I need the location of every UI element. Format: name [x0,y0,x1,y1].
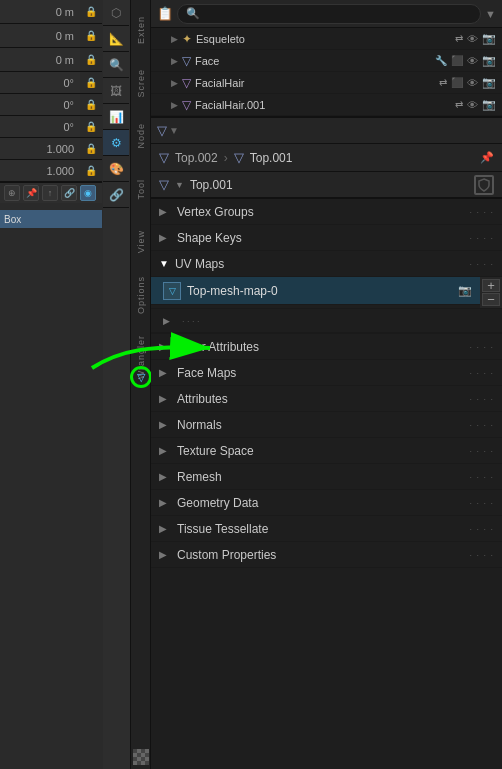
section-face-maps[interactable]: ▶ Face Maps · · · · [151,360,502,386]
section-custom-properties[interactable]: ▶ Custom Properties · · · · [151,542,502,568]
checker-icon[interactable] [133,749,149,765]
item-action-sq-fh[interactable]: ⬛ [451,77,463,88]
item-action-vis-face[interactable]: 👁 [467,55,478,67]
item-action-cam-fh[interactable]: 📷 [482,76,496,89]
toolbar-icon-6[interactable]: ⚙ [103,130,129,156]
item-action-wrench-face[interactable]: 🔧 [435,55,447,66]
lock-deg-x[interactable]: 🔒 [80,72,102,94]
uv-sub-row[interactable]: ▶ · · · · [151,309,502,333]
outliner-item-facialhair[interactable]: ▶ ▽ FacialHair ⇄ ⬛ 👁 📷 [151,72,502,94]
tab-options[interactable]: Options [132,269,150,321]
item-action-vis-fh001[interactable]: 👁 [467,99,478,111]
mesh-icon-face: ▽ [182,54,191,68]
lock-icon-x[interactable]: 🔒 [80,0,102,24]
dots-custom-properties: · · · · [469,550,494,560]
item-action-cam-face[interactable]: 📷 [482,54,496,67]
arrow-texture-space: ▶ [159,445,171,456]
section-geometry-data[interactable]: ▶ Geometry Data · · · · [151,490,502,516]
arrow-face: ▶ [171,56,178,66]
filter-icon[interactable]: ▼ [485,8,496,20]
lock-val-2[interactable]: 🔒 [80,160,102,182]
item-action-scatter-fh001[interactable]: ⇄ [455,99,463,110]
label-geometry-data: Geometry Data [177,496,463,510]
dots-shape-keys: · · · · [469,233,494,243]
tab-wrangler[interactable]: Wrangler ▽ [132,322,150,392]
tab-tool[interactable]: Tool [132,163,150,215]
mesh-icon-fh: ▽ [182,76,191,90]
object-name-row: ▽ ▼ Top.001 [151,172,502,198]
section-shape-keys[interactable]: ▶ Shape Keys · · · · [151,225,502,251]
bone-icon: ✦ [182,32,192,46]
properties-sections: ▶ Vertex Groups · · · · ▶ Shape Keys · ·… [151,199,502,568]
item-action-vis-fh[interactable]: 👁 [467,77,478,89]
lock-icon-y[interactable]: 🔒 [80,24,102,48]
arrow-facialhair: ▶ [171,78,178,88]
breadcrumb-parent[interactable]: Top.002 [175,151,218,165]
pin-icon[interactable]: 📌 [480,151,494,164]
item-name-facialhair: FacialHair [195,77,435,89]
toolbar-icon-7[interactable]: 🎨 [103,156,129,182]
arrow-remesh: ▶ [159,471,171,482]
uv-camera-icon[interactable]: 📷 [458,284,472,297]
item-action-cam-esqueleto[interactable]: 📷 [482,32,496,45]
dots-color-attributes: · · · · [469,342,494,352]
outliner-header: 📋 🔍 ▼ [151,0,502,28]
arrow-esqueleto: ▶ [171,34,178,44]
lock-deg-z[interactable]: 🔒 [80,116,102,138]
outliner-item-face[interactable]: ▶ ▽ Face 🔧 ⬛ 👁 📷 [151,50,502,72]
item-action-cam-fh001[interactable]: 📷 [482,98,496,111]
label-remesh: Remesh [177,470,463,484]
toolbar-icon-4[interactable]: 🖼 [103,78,129,104]
breadcrumb-icon-2: ▽ [234,150,244,165]
arrow-geometry-data: ▶ [159,497,171,508]
label-color-attributes: Color Attributes [177,340,463,354]
tab-scree[interactable]: Scree [132,57,150,109]
mesh-breadcrumb-icon: ▽ [159,150,169,165]
search-bar[interactable]: 🔍 [177,4,481,24]
label-face-maps: Face Maps [177,366,463,380]
section-normals[interactable]: ▶ Normals · · · · [151,412,502,438]
toolbar-icon-3[interactable]: 🔍 [103,52,129,78]
search-icon: 🔍 [186,7,200,20]
measurement-x: 0 m [0,0,80,24]
mesh-dropdown-arrow[interactable]: ▼ [175,180,184,190]
arrow-tissue-tessellate: ▶ [159,523,171,534]
toolbar-icon-2[interactable]: 📐 [103,26,129,52]
breadcrumb-current: Top.001 [250,151,474,165]
tab-view[interactable]: View [132,216,150,268]
shield-icon[interactable] [474,175,494,195]
uv-minus-button[interactable]: − [482,293,500,306]
section-vertex-groups[interactable]: ▶ Vertex Groups · · · · [151,199,502,225]
section-tissue-tessellate[interactable]: ▶ Tissue Tessellate · · · · [151,516,502,542]
lock-icon-z[interactable]: 🔒 [80,48,102,72]
special-icon-1[interactable]: ⊕ [4,185,20,201]
label-uv-maps: UV Maps [175,257,464,271]
item-action-sq-face[interactable]: ⬛ [451,55,463,66]
outliner-item-esqueleto[interactable]: ▶ ✦ Esqueleto ⇄ 👁 📷 [151,28,502,50]
special-icon-3[interactable]: ↑ [42,185,58,201]
section-color-attributes[interactable]: ▶ Color Attributes · · · · [151,334,502,360]
special-icon-4[interactable]: 🔗 [61,185,77,201]
item-action-scatter-fh[interactable]: ⇄ [439,77,447,88]
item-action-vis-esqueleto[interactable]: 👁 [467,33,478,45]
item-action-scatter[interactable]: ⇄ [455,33,463,44]
uv-plus-button[interactable]: + [482,279,500,292]
lock-val-1[interactable]: 🔒 [80,138,102,160]
outliner-icon: 📋 [157,6,173,21]
uv-sub-arrow: ▶ [163,316,170,326]
lock-deg-y[interactable]: 🔒 [80,94,102,116]
toolbar-icon-8[interactable]: 🔗 [103,182,129,208]
tab-exten[interactable]: Exten [132,4,150,56]
toolbar-icon-1[interactable]: ⬡ [103,0,129,26]
toolbar-icon-5[interactable]: 📊 [103,104,129,130]
special-icon-5[interactable]: ◉ [80,185,96,201]
uv-maps-header[interactable]: ▼ UV Maps · · · · [151,251,502,277]
section-remesh[interactable]: ▶ Remesh · · · · [151,464,502,490]
outliner-item-facialhair001[interactable]: ▶ ▽ FacialHair.001 ⇄ 👁 📷 [151,94,502,116]
uv-item-top-mesh-map[interactable]: ▽ Top-mesh-map-0 📷 [151,277,480,305]
tab-node[interactable]: Node [132,110,150,162]
section-texture-space[interactable]: ▶ Texture Space · · · · [151,438,502,464]
section-attributes[interactable]: ▶ Attributes · · · · [151,386,502,412]
item-name-esqueleto: Esqueleto [196,33,451,45]
special-icon-2[interactable]: 📌 [23,185,39,201]
